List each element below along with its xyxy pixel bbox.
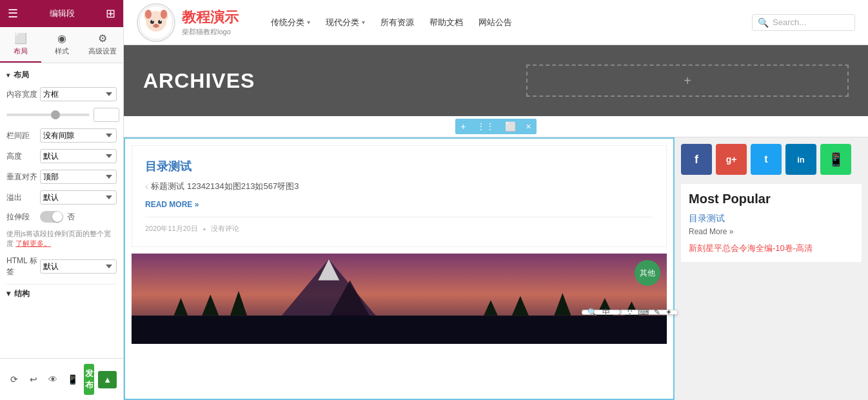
overflow-select[interactable]: 默认 bbox=[40, 190, 117, 205]
sidebar-content: ▾ 布局 内容宽度 方框 栏间距 没有间隙 高度 默认 bbox=[0, 63, 123, 358]
publish-expand-button[interactable]: ▲ bbox=[98, 371, 117, 388]
ime-sparkle-btn[interactable]: ✦ bbox=[664, 307, 673, 317]
column-gap-row: 栏间距 没有间隙 bbox=[6, 128, 117, 143]
linkedin-icon: in bbox=[797, 155, 805, 165]
svg-point-10 bbox=[152, 20, 153, 21]
overflow-row: 溢出 默认 bbox=[6, 190, 117, 205]
eye-icon[interactable]: 👁 bbox=[45, 372, 61, 387]
ime-toolbar: 🔍 中 ☽ ∵ ⌨ ✎ ✦ bbox=[582, 310, 678, 315]
content-area: 目录测试 ‹ 标题测试 12342134如图213如567呀图3 READ MO… bbox=[124, 137, 868, 400]
widget-move-btn[interactable]: ⋮⋮ bbox=[471, 119, 500, 134]
grid-icon[interactable]: ⊞ bbox=[106, 6, 115, 21]
svg-point-7 bbox=[158, 20, 162, 24]
responsive-icon[interactable]: 📱 bbox=[64, 372, 80, 387]
nav-label-resources: 所有资源 bbox=[380, 17, 414, 28]
ime-keyboard-btn[interactable]: ⌨ bbox=[636, 307, 650, 317]
height-label: 高度 bbox=[6, 151, 40, 162]
read-more-link[interactable]: READ MORE » bbox=[145, 200, 653, 209]
popular-read-more-1[interactable]: Read More » bbox=[689, 227, 854, 236]
section-arrow-icon: ▾ bbox=[6, 72, 10, 79]
publish-button[interactable]: 发布 bbox=[84, 364, 94, 395]
popular-item-2[interactable]: 新刻星平总会令海全编-10卷-高清 bbox=[689, 243, 854, 254]
nav-item-modern[interactable]: 现代分类 ▾ bbox=[319, 13, 371, 32]
overflow-label: 溢出 bbox=[6, 192, 40, 203]
widget-add-btn[interactable]: + bbox=[455, 119, 471, 134]
social-twitter-btn[interactable]: t bbox=[751, 144, 782, 175]
vertical-align-row: 垂直对齐 顶部 bbox=[6, 170, 117, 184]
sidebar: ☰ 编辑段 ⊞ ⬜ 布局 ◉ 样式 ⚙ 高级设置 ▾ 布局 内容宽度 方框 bbox=[0, 0, 124, 400]
content-width-label: 内容宽度 bbox=[6, 89, 40, 100]
nav-item-resources[interactable]: 所有资源 bbox=[374, 13, 420, 32]
nav-items: 传统分类 ▾ 现代分类 ▾ 所有资源 帮助文档 网站公告 bbox=[264, 13, 739, 32]
widget-settings-btn[interactable]: ⬜ bbox=[500, 119, 521, 134]
social-facebook-btn[interactable]: f bbox=[681, 144, 712, 175]
image-card: 其他 bbox=[132, 254, 667, 344]
page-content: ARCHIVES + + ⋮⋮ ⬜ × 目录测试 ‹ bbox=[124, 45, 868, 400]
widget-close-btn[interactable]: × bbox=[521, 119, 537, 134]
bottom-icons: ⟳ ↩ 👁 📱 bbox=[6, 372, 80, 387]
structure-section: ▾ 结构 bbox=[6, 288, 117, 299]
social-whatsapp-btn[interactable]: 📱 bbox=[820, 144, 851, 175]
widget-toolbar-inner: + ⋮⋮ ⬜ × bbox=[455, 119, 536, 134]
advanced-icon: ⚙ bbox=[98, 32, 107, 45]
undo-icon[interactable]: ↩ bbox=[26, 372, 41, 387]
image-card-bg bbox=[132, 254, 667, 344]
nav-item-traditional[interactable]: 传统分类 ▾ bbox=[264, 13, 317, 32]
search-placeholder-text: Search... bbox=[773, 17, 806, 27]
ime-search-icon[interactable]: 🔍 bbox=[586, 307, 598, 317]
most-popular-title: Most Popular bbox=[689, 192, 854, 206]
vertical-align-select[interactable]: 顶部 bbox=[40, 170, 117, 184]
logo-title: 教程演示 bbox=[182, 8, 239, 27]
mountain-svg bbox=[132, 254, 667, 344]
tab-advanced[interactable]: ⚙ 高级设置 bbox=[82, 27, 123, 63]
nav-item-announcement[interactable]: 网站公告 bbox=[472, 13, 518, 32]
archives-placeholder[interactable]: + bbox=[526, 65, 849, 97]
svg-point-4 bbox=[145, 10, 152, 19]
facebook-icon: f bbox=[695, 153, 698, 166]
layout-icon: ⬜ bbox=[14, 32, 27, 45]
style-icon: ◉ bbox=[57, 32, 66, 45]
logo-subtitle: 柴郡猫教程logo bbox=[182, 27, 239, 37]
popular-item-1[interactable]: 目录测试 bbox=[689, 213, 854, 225]
height-row: 高度 默认 bbox=[6, 149, 117, 163]
search-icon: 🔍 bbox=[758, 17, 769, 28]
ime-dots-btn[interactable]: ∵ bbox=[626, 307, 634, 317]
slider-value-input[interactable] bbox=[94, 108, 119, 122]
post-excerpt: ‹ 标题测试 12342134如图213如567呀图3 bbox=[145, 181, 653, 192]
sidebar-bottom: ⟳ ↩ 👁 📱 发布 ▲ bbox=[0, 358, 123, 400]
whatsapp-icon: 📱 bbox=[828, 152, 844, 167]
tab-layout-label: 布局 bbox=[14, 46, 28, 56]
logo-svg bbox=[139, 5, 173, 40]
social-linkedin-btn[interactable]: in bbox=[785, 144, 816, 175]
column-gap-select[interactable]: 没有间隙 bbox=[40, 128, 117, 143]
content-width-select[interactable]: 方框 bbox=[40, 87, 117, 101]
svg-rect-16 bbox=[132, 315, 667, 344]
search-box[interactable]: 🔍 Search... bbox=[752, 14, 855, 31]
tab-style[interactable]: ◉ 样式 bbox=[41, 27, 83, 63]
hamburger-icon[interactable]: ☰ bbox=[8, 6, 18, 21]
excerpt-green: 如567 bbox=[255, 181, 277, 191]
social-googleplus-btn[interactable]: g+ bbox=[716, 144, 747, 175]
height-select[interactable]: 默认 bbox=[40, 149, 117, 163]
ime-pencil-btn[interactable]: ✎ bbox=[653, 307, 662, 317]
svg-point-5 bbox=[161, 10, 167, 19]
nav-label-announcement: 网站公告 bbox=[478, 17, 512, 28]
nav-item-docs[interactable]: 帮助文档 bbox=[423, 13, 469, 32]
ime-chinese-btn[interactable]: 中 bbox=[601, 306, 611, 319]
svg-point-11 bbox=[160, 20, 161, 21]
hint-link[interactable]: 了解更多。 bbox=[15, 239, 51, 247]
post-card: 目录测试 ‹ 标题测试 12342134如图213如567呀图3 READ MO… bbox=[132, 145, 667, 247]
ime-moon-btn[interactable]: ☽ bbox=[614, 307, 624, 317]
hint-text: 使用js将该段拉伸到页面的整个宽度 了解更多。 bbox=[6, 229, 117, 249]
history-icon[interactable]: ⟳ bbox=[6, 372, 22, 387]
html-tag-select[interactable]: 默认 bbox=[40, 259, 117, 274]
main-content: 教程演示 柴郡猫教程logo 传统分类 ▾ 现代分类 ▾ 所有资源 帮助文档 网… bbox=[124, 0, 868, 400]
tab-advanced-label: 高级设置 bbox=[88, 46, 117, 56]
content-width-row: 内容宽度 方框 bbox=[6, 87, 117, 101]
stretch-toggle-row: 否 bbox=[40, 211, 75, 223]
stretch-toggle[interactable] bbox=[40, 211, 63, 223]
slider-row bbox=[6, 108, 117, 122]
tab-layout[interactable]: ⬜ 布局 bbox=[0, 27, 41, 63]
width-slider[interactable] bbox=[6, 114, 90, 116]
post-meta: 2020年11月20日 • 没有评论 bbox=[145, 217, 653, 234]
